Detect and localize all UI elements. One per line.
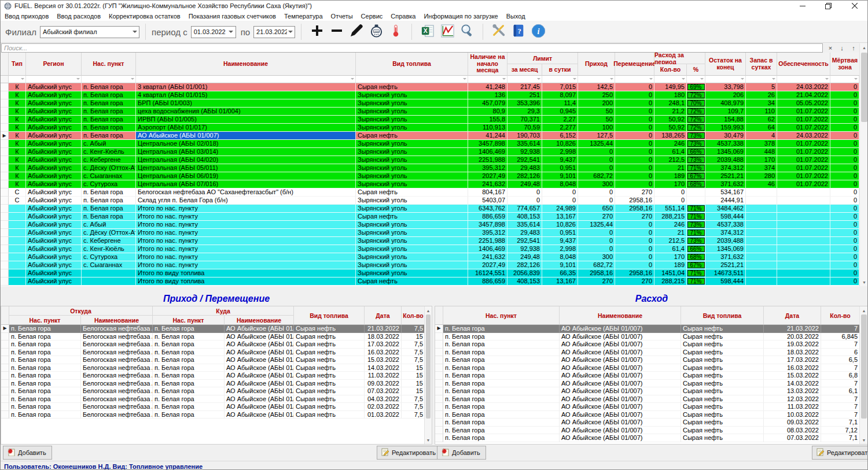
cell[interactable]: Зырянский уголь: [356, 269, 468, 277]
cell[interactable]: Сырая нефть: [294, 403, 365, 411]
cell[interactable]: 71%: [687, 269, 705, 277]
cell[interactable]: 01.07.2022: [777, 140, 830, 148]
help-button[interactable]: ?: [509, 23, 528, 40]
col-header-zapas[interactable]: Запас в сутках: [746, 53, 777, 76]
cell[interactable]: АО Абыйское (АБЫ 01/007): [560, 372, 681, 380]
cell[interactable]: 73%: [687, 156, 705, 164]
scroll-down-icon[interactable]: ▼: [425, 436, 432, 444]
cell[interactable]: Сырая нефть: [356, 188, 468, 197]
table-row[interactable]: п. Белая гораАО Абыйское (АБЫ 01/007)Сыр…: [435, 411, 868, 419]
cell[interactable]: АО Абыйское (АБЫ 01/007): [225, 387, 294, 395]
cell[interactable]: 292,541: [507, 156, 542, 164]
table-row[interactable]: КАбыйский улусп. Белая гораАэропорт (АБЫ…: [1, 124, 859, 132]
cell[interactable]: 0: [615, 156, 654, 164]
income-edit-button[interactable]: Редактировать: [377, 446, 442, 460]
cell[interactable]: 13,167: [542, 213, 578, 221]
cell[interactable]: 7: [821, 403, 860, 411]
cell[interactable]: 0: [830, 245, 859, 253]
cell[interactable]: 10,826: [542, 140, 578, 148]
table-row[interactable]: Абыйский улусс. СутурохаИтого по нас. пу…: [1, 253, 859, 261]
cell[interactable]: 09.03.2022: [764, 419, 821, 427]
cell[interactable]: 598,444: [705, 277, 746, 286]
cell[interactable]: 05.05.2022: [777, 99, 830, 108]
cell[interactable]: 0: [830, 172, 859, 180]
cell[interactable]: 0: [615, 108, 654, 116]
cell[interactable]: 886,659: [468, 277, 507, 286]
cell[interactable]: АО Абыйское (АБЫ 01/007): [225, 356, 294, 364]
cell[interactable]: 8,048: [542, 180, 578, 188]
cell[interactable]: 0: [830, 156, 859, 164]
chevron-down-icon[interactable]: [130, 27, 139, 38]
table-row[interactable]: п. Белая гораАО Абыйское (АБЫ 01/007)Сыр…: [435, 341, 868, 349]
cell[interactable]: Абыйский улус: [26, 197, 82, 205]
cell[interactable]: Белогоская нефтебаза АО "Са: [81, 341, 153, 349]
cell[interactable]: Сырая нефть: [681, 356, 764, 364]
cell[interactable]: 0: [830, 269, 859, 277]
cell[interactable]: Абыйский улус: [26, 140, 82, 148]
cell[interactable]: 17.03.2022: [365, 341, 402, 349]
cell[interactable]: с. Абый: [82, 221, 136, 229]
table-row[interactable]: Абыйский улусИтого по виду топливаСырая …: [1, 277, 859, 286]
cell[interactable]: Итого по виду топлива: [136, 277, 356, 286]
cell[interactable]: 30,479: [705, 132, 746, 140]
cell[interactable]: Абыйский улус: [26, 164, 82, 172]
cell[interactable]: 13,167: [542, 277, 578, 286]
filter-cell[interactable]: [777, 76, 830, 83]
cell[interactable]: 0: [830, 237, 859, 245]
cell[interactable]: п. Белая гора: [82, 124, 136, 132]
cell[interactable]: 50,92: [654, 116, 687, 124]
cell[interactable]: Сырая нефть: [681, 387, 764, 395]
cell[interactable]: 0: [830, 229, 859, 237]
cell[interactable]: [777, 237, 830, 245]
cell[interactable]: 8,097: [542, 91, 578, 99]
cell[interactable]: 14.03.2022: [365, 364, 402, 372]
cell[interactable]: 189: [654, 172, 687, 180]
cell[interactable]: 2444,91: [705, 197, 746, 205]
table-row[interactable]: п. Белая гораАО Абыйское (АБЫ 01/007)Сыр…: [435, 419, 868, 427]
cell[interactable]: 08.03.2022: [764, 427, 821, 435]
cell[interactable]: 7: [821, 341, 860, 349]
cell[interactable]: Сырая нефть: [681, 325, 764, 333]
cell[interactable]: Сырая нефть: [356, 277, 468, 286]
cell[interactable]: Центральная (АБЫ 05/011): [136, 164, 356, 172]
cell[interactable]: [777, 229, 830, 237]
cell[interactable]: К: [9, 108, 26, 116]
cell[interactable]: 9,437: [542, 237, 578, 245]
period-to-combobox[interactable]: 21.03.2022: [253, 26, 295, 38]
cell[interactable]: АО Абыйское (АБЫ 01/007): [225, 372, 294, 380]
cell[interactable]: п. Белая гора: [82, 91, 136, 99]
cell[interactable]: 41,244: [468, 132, 507, 140]
cell[interactable]: 71%: [687, 277, 705, 286]
cell[interactable]: 170: [654, 253, 687, 261]
cell[interactable]: Белогоская нефтебаза АО "Са: [81, 411, 153, 419]
cell[interactable]: Абыйский улус: [26, 229, 82, 237]
cell[interactable]: Сырая нефть: [681, 333, 764, 341]
filter-cell[interactable]: [542, 76, 578, 83]
cell[interactable]: 7: [821, 380, 860, 388]
cell[interactable]: 4 квартал (АБЫ 01/015): [136, 91, 356, 99]
cell[interactable]: 0: [830, 213, 859, 221]
filter-cell[interactable]: [26, 76, 82, 83]
cell[interactable]: К: [9, 124, 26, 132]
cell[interactable]: 149,95: [654, 83, 687, 91]
cell[interactable]: 246: [654, 140, 687, 148]
cell[interactable]: 71%: [687, 213, 705, 221]
cell[interactable]: 04.03.2022: [365, 395, 402, 404]
cell[interactable]: п. Белая гора: [9, 356, 81, 364]
cell[interactable]: 29,3: [507, 108, 542, 116]
cell[interactable]: 62: [746, 116, 777, 124]
col-header-ostatok[interactable]: Остаток на конец: [705, 53, 746, 76]
cell[interactable]: [746, 245, 777, 253]
cell[interactable]: 1345,069: [705, 148, 746, 156]
cell[interactable]: п. Белая гора: [153, 403, 225, 411]
cell[interactable]: Абыйский улус: [26, 91, 82, 99]
cell[interactable]: 109,7: [705, 108, 746, 116]
cell[interactable]: АО Абыйское (АБЫ 01/007): [560, 380, 681, 388]
cell[interactable]: АО Абыйское (АБЫ 01/007): [225, 395, 294, 404]
cell[interactable]: Абыйский улус: [26, 172, 82, 180]
cell[interactable]: 73%: [687, 237, 705, 245]
col-header-prihod[interactable]: Приход: [578, 53, 615, 76]
add-button[interactable]: [308, 23, 326, 40]
cell[interactable]: [82, 269, 136, 277]
cell[interactable]: 212,5: [654, 237, 687, 245]
